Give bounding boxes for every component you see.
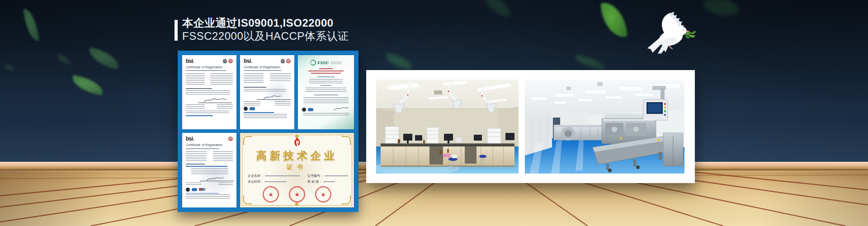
text-columns xyxy=(186,104,233,108)
rosette-icon xyxy=(228,137,233,141)
field-label: 发证时间： xyxy=(248,179,264,184)
field-row: 证书编号： xyxy=(307,174,348,178)
text-block xyxy=(210,73,233,85)
logo-icon xyxy=(244,107,248,111)
text-block xyxy=(244,73,264,84)
fssc-footer xyxy=(302,106,350,112)
field-row: 企业名称： xyxy=(248,174,300,178)
text-line xyxy=(186,148,219,149)
bsi-logo: bsi. xyxy=(186,59,194,63)
link-line xyxy=(186,193,219,194)
text-block xyxy=(191,168,228,174)
text-line xyxy=(319,68,333,69)
text-line xyxy=(314,94,338,95)
text-line xyxy=(186,70,226,71)
text-line xyxy=(311,73,341,74)
text-block xyxy=(219,183,233,186)
text-columns xyxy=(186,183,233,186)
field-label: 企业名称： xyxy=(248,174,264,178)
text-block xyxy=(303,97,349,104)
text-block xyxy=(270,73,291,82)
bsi-logo-dot: . xyxy=(193,136,194,142)
certificate-header: bsi. xyxy=(186,59,233,63)
dove-feet xyxy=(669,46,673,49)
text-line xyxy=(321,85,331,86)
signature xyxy=(186,176,233,182)
red-seals: ★ ★ ★ xyxy=(263,186,331,202)
headline-accent-bar xyxy=(175,20,178,41)
text-block xyxy=(186,194,230,198)
accreditation-marks xyxy=(281,59,291,63)
bsi-logo: bsi. xyxy=(244,59,252,63)
certificate-header: bsi. xyxy=(244,59,291,63)
bsi-logo-text: bsi xyxy=(186,58,193,64)
hitech-subtitle: 证书 xyxy=(287,163,307,171)
seal-star: ★ xyxy=(268,191,274,198)
gold-ornament-icon xyxy=(243,136,252,145)
text-line xyxy=(186,164,205,165)
text-block xyxy=(186,73,205,85)
field-row: 有 效 期： xyxy=(307,179,348,184)
field-value xyxy=(265,181,287,182)
accreditation-marks xyxy=(228,137,233,141)
gold-ornament-icon xyxy=(342,136,351,145)
seal-star: ★ xyxy=(321,191,326,198)
torch-flame-icon xyxy=(292,137,302,148)
accreditation-marks xyxy=(223,59,233,63)
signature xyxy=(244,94,291,100)
text-line xyxy=(244,87,266,88)
text-block xyxy=(217,104,233,108)
seal-icon: ★ xyxy=(289,186,305,202)
signature-line xyxy=(198,103,232,103)
headline: 本企业通过IS09001,ISO22000 FSSC22000以及HACCP体系… xyxy=(175,16,349,42)
seal-icon: ★ xyxy=(314,185,332,203)
gold-ornament-icon xyxy=(342,195,351,204)
hitech-fields: 企业名称： 证书编号： 发证时间： 有 效 期： xyxy=(248,174,346,184)
logo-icon xyxy=(308,108,313,111)
certificate-title: Certificate of Registration xyxy=(186,66,233,69)
logo-icon xyxy=(250,107,255,110)
text-block xyxy=(213,151,233,161)
text-line xyxy=(317,76,335,77)
rosette-icon xyxy=(286,59,291,63)
seal-icon: ★ xyxy=(262,185,280,203)
signature-line xyxy=(257,99,291,100)
dove-icon xyxy=(642,11,699,59)
crest-logo-icon xyxy=(186,188,190,192)
fssc-header: FSSC 22000 xyxy=(310,60,341,66)
field-label: 有 效 期： xyxy=(307,179,322,184)
anab-logo-icon xyxy=(199,188,205,191)
bsi-logo-dot: . xyxy=(251,58,252,64)
certificate-title: Certificate of Registration xyxy=(244,66,291,69)
field-value xyxy=(323,181,335,182)
photo-production-line xyxy=(525,80,684,174)
headline-line1: 本企业通过IS09001,ISO22000 xyxy=(182,16,349,30)
hero-banner: 本企业通过IS09001,ISO22000 FSSC22000以及HACCP体系… xyxy=(0,0,868,226)
fssc-suffix: 22000 xyxy=(330,61,342,65)
logo-icon xyxy=(302,108,306,112)
photo-laboratory xyxy=(376,80,519,174)
bsi-logo-text: bsi xyxy=(186,136,193,142)
link-line xyxy=(186,115,213,116)
certificate-bsi-2: bsi. Certificate of Registration xyxy=(240,55,294,129)
text-block xyxy=(306,88,346,93)
accreditation-logos xyxy=(302,108,313,112)
link-line xyxy=(186,166,227,167)
text-line xyxy=(244,70,281,71)
text-columns xyxy=(244,101,291,105)
text-block xyxy=(186,111,229,114)
accreditation-logos xyxy=(186,188,233,192)
bsi-logo-dot: . xyxy=(193,58,194,64)
text-block xyxy=(244,89,286,93)
accreditation-logos xyxy=(244,107,291,111)
certificate-title: Certificate of Registration xyxy=(186,143,233,146)
text-block xyxy=(309,79,343,83)
text-columns xyxy=(186,151,233,161)
fssc-brand: FSSC xyxy=(317,61,329,65)
fssc-logo-icon xyxy=(310,60,316,66)
text-block xyxy=(186,183,202,186)
text-line xyxy=(308,71,344,71)
certificate-bsi-3: bsi. Certificate of Registration xyxy=(182,133,236,207)
text-columns xyxy=(186,73,233,85)
crest-icon xyxy=(223,59,227,63)
